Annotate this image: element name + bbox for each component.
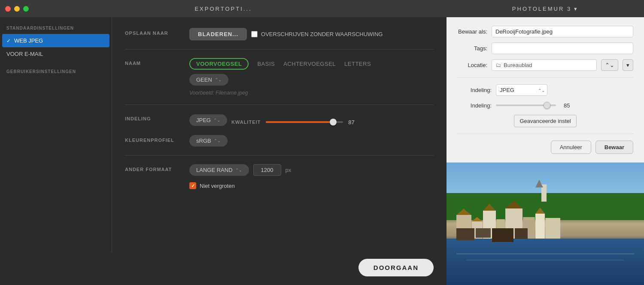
opslaan-naar-label: OPSLAAN NAAR — [125, 28, 181, 36]
window-title: EXPORTOPTI... — [194, 6, 252, 12]
tab-achtervoegsel[interactable]: ACHTERVOEGSEL — [283, 59, 336, 69]
church-roof — [535, 180, 543, 187]
divider-3 — [125, 155, 434, 156]
locatie-label: Locatie: — [457, 62, 487, 68]
right-slider-track — [496, 104, 556, 106]
annuleer-button[interactable]: Annuleer — [551, 141, 591, 154]
bewaar-als-row: Bewaar als: — [457, 26, 633, 37]
water-reflection-2 — [466, 260, 624, 260]
tab-letters[interactable]: LETTERS — [344, 59, 371, 69]
photo-title-arrow-icon[interactable]: ▾ — [574, 6, 578, 12]
indeling-format-select[interactable]: JPEG — [496, 84, 547, 96]
indeling-row: INDELING JPEG ⌃⌄ KWALITEIT — [125, 113, 434, 126]
docks-layer — [456, 228, 528, 242]
indeling-quality-label: Indeling: — [457, 102, 492, 109]
naam-dropdown[interactable]: GEEN ⌃⌄ — [189, 74, 228, 86]
photo-title-text: PHOTOLEMUR 3 — [512, 6, 571, 12]
kleurenprofiel-value: sRGB — [196, 138, 211, 144]
locatie-select[interactable]: 🗂 Bureaublad — [492, 59, 597, 71]
right-quality-slider — [496, 101, 556, 110]
sidebar-section-standard: STANDAARDINSTELLINGEN — [0, 26, 112, 34]
checkmark-icon: ✓ — [6, 38, 11, 44]
dock-3 — [492, 228, 513, 242]
ander-formaat-controls: LANGE RAND ⌃⌄ px Niet vergroten — [189, 164, 434, 189]
export-options: OPSLAAN NAAR BLADEREN... OVERSCHRIJVEN Z… — [112, 17, 447, 252]
water-reflection-1 — [456, 253, 634, 254]
kleurenprofiel-label: KLEURENPROFIEL — [125, 135, 181, 143]
lange-rand-value: LANGE RAND — [196, 167, 233, 173]
building-8 — [545, 218, 560, 239]
close-button[interactable] — [5, 6, 11, 12]
bladeren-button[interactable]: BLADEREN... — [189, 28, 247, 40]
minimize-button[interactable] — [14, 6, 20, 12]
niet-vergroten-label: Niet vergroten — [200, 183, 235, 189]
tab-voorvoegsel[interactable]: VOORVOEGSEL — [189, 58, 249, 70]
dropdown-arrows-icon: ⌃⌄ — [215, 77, 222, 82]
quality-row: KWALITEIT 87 — [231, 118, 359, 126]
niet-vergroten-checkbox[interactable] — [189, 182, 196, 189]
naam-controls: VOORVOEGSEL BASIS ACHTERVOEGSEL LETTERS … — [189, 58, 434, 96]
tags-label: Tags: — [457, 45, 487, 52]
bewaar-button[interactable]: Bewaar — [595, 141, 633, 154]
dock-2 — [476, 228, 491, 238]
kleurenprofiel-dropdown[interactable]: sRGB ⌃⌄ — [189, 135, 228, 147]
formaat-input[interactable] — [253, 164, 281, 176]
naam-label: NAAM — [125, 58, 181, 66]
zoom-button[interactable] — [23, 6, 29, 12]
naam-row: NAAM VOORVOEGSEL BASIS ACHTERVOEGSEL LET… — [125, 58, 434, 96]
dock-1 — [456, 228, 474, 240]
main-content: STANDAARDINSTELLINGEN ✓ WEB JPEG VOOR E-… — [0, 17, 447, 252]
format-value: JPEG — [196, 117, 211, 123]
indeling-format-row: Indeling: JPEG — [457, 84, 633, 96]
naam-preview: Voorbeeld: Filename.jpeg — [189, 90, 434, 96]
lange-rand-arrows-icon: ⌃⌄ — [235, 168, 242, 172]
bewaar-als-label: Bewaar als: — [457, 28, 487, 35]
building-7 — [535, 214, 545, 239]
name-tabs: VOORVOEGSEL BASIS ACHTERVOEGSEL LETTERS — [189, 58, 371, 70]
tags-row: Tags: — [457, 43, 633, 54]
kleurenprofiel-controls: sRGB ⌃⌄ — [189, 135, 434, 147]
indeling-quality-row: Indeling: 85 — [457, 101, 633, 110]
dialog-divider-1 — [457, 77, 633, 78]
quality-label: KWALITEIT — [231, 120, 261, 125]
right-slider-thumb[interactable] — [544, 102, 550, 109]
sidebar-item-label: VOOR E-MAIL — [6, 51, 43, 57]
opslaan-naar-row: OPSLAAN NAAR BLADEREN... OVERSCHRIJVEN Z… — [125, 28, 434, 40]
left-panel: EXPORTOPTI... STANDAARDINSTELLINGEN ✓ WE… — [0, 0, 447, 285]
quality-slider-container — [266, 118, 343, 126]
dialog-divider-2 — [457, 134, 633, 134]
kleurenprofiel-arrows-icon: ⌃⌄ — [214, 138, 221, 143]
format-controls: LANGE RAND ⌃⌄ px — [189, 164, 291, 176]
photo-header: PHOTOLEMUR 3 ▾ — [447, 0, 644, 17]
tags-input[interactable] — [492, 43, 633, 54]
locatie-value: Bureaublad — [504, 62, 532, 68]
tab-basis[interactable]: BASIS — [257, 59, 275, 69]
photo-title: PHOTOLEMUR 3 ▾ — [512, 6, 578, 12]
continue-row: DOORGAAN — [0, 252, 447, 285]
kleurenprofiel-row: KLEURENPROFIEL sRGB ⌃⌄ — [125, 135, 434, 147]
quality-value: 87 — [348, 119, 359, 126]
sidebar-item-voor-email[interactable]: VOOR E-MAIL — [0, 47, 112, 61]
ander-formaat-row: ANDER FORMAAT LANGE RAND ⌃⌄ px Niet verg… — [125, 164, 434, 189]
quality-slider-fill — [266, 121, 333, 123]
doorgaan-button[interactable]: DOORGAAN — [358, 259, 434, 276]
overwrite-checkbox[interactable] — [251, 31, 258, 37]
sidebar-section-user: GEBRUIKERSINSTELLINGEN — [0, 61, 112, 77]
format-dropdown[interactable]: JPEG ⌃⌄ — [189, 114, 227, 126]
sidebar-item-label: WEB JPEG — [14, 37, 43, 44]
geavanceerde-button[interactable]: Geavanceerde instel — [514, 115, 576, 127]
indeling-label: INDELING — [125, 113, 181, 121]
right-panel: PHOTOLEMUR 3 ▾ Bewaar als: Tags: Locatie… — [447, 0, 644, 285]
bewaar-als-input[interactable] — [492, 26, 633, 37]
ander-formaat-label: ANDER FORMAAT — [125, 164, 181, 172]
overwrite-label: OVERSCHRIJVEN ZONDER WAARSCHUWING — [261, 31, 383, 37]
quality-slider-thumb[interactable] — [330, 119, 337, 126]
right-quality-value: 85 — [564, 102, 570, 109]
locatie-chevron-button[interactable]: ▾ — [623, 59, 633, 71]
px-label: px — [286, 167, 292, 173]
sidebar-item-web-jpeg[interactable]: ✓ WEB JPEG — [2, 34, 109, 47]
dock-4 — [515, 228, 528, 239]
lange-rand-dropdown[interactable]: LANGE RAND ⌃⌄ — [189, 164, 249, 176]
geavanceerde-row: Geavanceerde instel — [457, 115, 633, 127]
locatie-expand-button[interactable]: ⌃⌄ — [601, 59, 618, 71]
